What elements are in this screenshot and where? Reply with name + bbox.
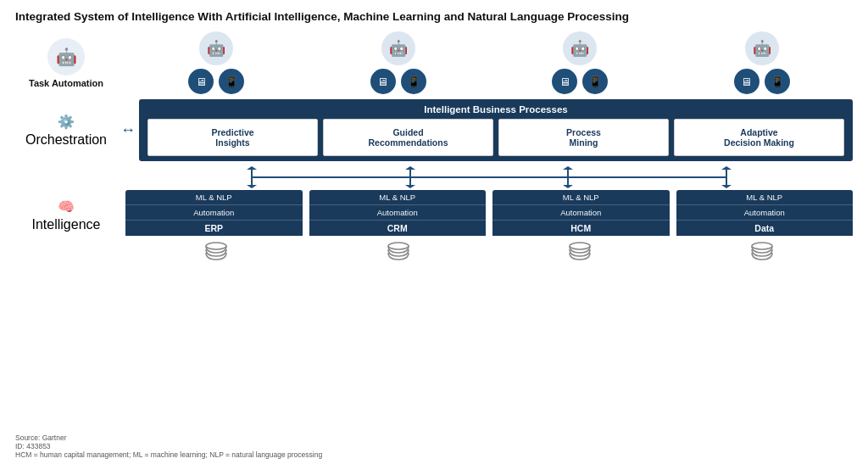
device-row-1: 🖥 📱 xyxy=(370,69,426,94)
intel-card-1: GuidedRecommendations xyxy=(323,119,493,156)
monitor-icon-2: 🖥 xyxy=(552,69,577,94)
svg-point-13 xyxy=(206,243,226,249)
footer-source: Source: Gartner xyxy=(15,433,322,442)
svg-marker-3 xyxy=(247,166,257,170)
svg-marker-9 xyxy=(563,166,573,170)
intelligence-row: 🧠 Intelligence ML & NLP Automation ERP M… xyxy=(15,190,853,236)
db-icon-data xyxy=(750,242,774,265)
monitor-icon-3: 🖥 xyxy=(734,69,760,94)
intelligence-icon: 🧠 xyxy=(58,198,75,215)
svg-point-15 xyxy=(570,243,590,249)
ml-row-crm: ML & NLP xyxy=(309,190,487,205)
svg-point-14 xyxy=(388,243,409,249)
orch-arrow: ↔ xyxy=(120,121,136,139)
task-automation-row: 🤖 Task Automation 🤖 🖥 📱 🤖 🖥 xyxy=(15,31,853,94)
robot-icon-0: 🤖 xyxy=(199,31,233,65)
automation-row-crm: Automation xyxy=(309,205,487,221)
tablet-icon-0: 📱 xyxy=(219,69,244,94)
ml-box-data: ML & NLP Automation Data xyxy=(676,190,854,236)
footer-id: ID: 433853 xyxy=(15,442,322,450)
task-column-1: 🤖 🖥 📱 xyxy=(370,31,426,94)
db-icon-hcm xyxy=(568,242,592,265)
orchestration-label: Orchestration xyxy=(25,132,107,148)
monitor-icon-1: 🖥 xyxy=(370,69,396,94)
footer: Source: Gartner ID: 433853 HCM = human c… xyxy=(15,433,322,459)
automation-row-erp: Automation xyxy=(125,205,303,221)
orchestration-icon: ⚙️ xyxy=(58,114,75,130)
connector-arrows-row xyxy=(15,166,853,188)
tablet-icon-1: 📱 xyxy=(401,69,426,94)
task-column-3: 🤖 🖥 📱 xyxy=(734,31,790,94)
intel-cards: PredictiveInsights GuidedRecommendations… xyxy=(147,119,844,156)
ml-box-crm: ML & NLP Automation CRM xyxy=(309,190,487,236)
intelligent-box-title: Intelligent Business Processes xyxy=(147,104,844,115)
task-automation-label-area: 🤖 Task Automation xyxy=(15,38,117,88)
diagram: 🤖 Task Automation 🤖 🖥 📱 🤖 🖥 xyxy=(15,31,853,265)
ml-row-data: ML & NLP xyxy=(676,190,854,205)
database-row xyxy=(15,242,853,265)
task-icons-area: 🤖 🖥 📱 🤖 🖥 📱 🤖 xyxy=(117,31,853,94)
footer-note: HCM = human capital management; ML = mac… xyxy=(15,450,322,459)
svg-marker-2 xyxy=(247,185,257,188)
svg-marker-6 xyxy=(405,166,415,170)
robot-icon-1: 🤖 xyxy=(381,31,415,65)
monitor-icon-0: 🖥 xyxy=(188,69,214,94)
device-row-0: 🖥 📱 xyxy=(188,69,244,94)
intelligence-label: Intelligence xyxy=(32,217,101,232)
orchestration-label-area: ⚙️ Orchestration xyxy=(15,114,117,148)
ml-label-data: Data xyxy=(676,221,854,236)
db-icon-crm xyxy=(387,242,410,265)
db-icons-area xyxy=(117,242,853,265)
svg-marker-11 xyxy=(721,185,732,188)
automation-row-data: Automation xyxy=(676,205,854,221)
ml-row-hcm: ML & NLP xyxy=(492,190,670,205)
intel-card-0: PredictiveInsights xyxy=(147,119,318,156)
db-icon-erp xyxy=(204,242,228,265)
svg-marker-12 xyxy=(721,166,732,170)
orchestration-row: ⚙️ Orchestration ↔ Intelligent Business … xyxy=(15,99,853,161)
svg-point-16 xyxy=(752,243,772,249)
intel-card-3: AdaptiveDecision Making xyxy=(674,119,844,156)
ml-label-crm: CRM xyxy=(309,221,487,236)
svg-marker-5 xyxy=(405,185,415,188)
robot-icon-2: 🤖 xyxy=(563,31,597,65)
connector-svg xyxy=(125,166,853,188)
ml-label-hcm: HCM xyxy=(492,221,670,236)
ml-label-erp: ERP xyxy=(125,221,303,236)
tablet-icon-3: 📱 xyxy=(765,69,790,94)
ml-box-hcm: ML & NLP Automation HCM xyxy=(492,190,670,236)
connector-arrows-area xyxy=(117,166,853,188)
svg-marker-8 xyxy=(563,185,573,188)
task-automation-label: Task Automation xyxy=(29,78,103,88)
intel-card-2: ProcessMining xyxy=(498,119,669,156)
tablet-icon-2: 📱 xyxy=(582,69,608,94)
ml-row-erp: ML & NLP xyxy=(125,190,303,205)
task-column-2: 🤖 🖥 📱 xyxy=(552,31,608,94)
robot-icon-3: 🤖 xyxy=(745,31,779,65)
ml-box-erp: ML & NLP Automation ERP xyxy=(125,190,303,236)
intelligent-business-box: Intelligent Business Processes Predictiv… xyxy=(139,99,853,161)
device-row-3: 🖥 📱 xyxy=(734,69,790,94)
device-row-2: 🖥 📱 xyxy=(552,69,608,94)
page-title: Integrated System of Intelligence With A… xyxy=(15,10,853,23)
automation-row-hcm: Automation xyxy=(492,205,670,221)
task-automation-icon: 🤖 xyxy=(47,38,85,75)
intelligence-label-area: 🧠 Intelligence xyxy=(15,190,117,232)
main-container: Integrated System of Intelligence With A… xyxy=(0,0,868,464)
task-column-0: 🤖 🖥 📱 xyxy=(188,31,244,94)
ml-boxes-area: ML & NLP Automation ERP ML & NLP Automat… xyxy=(117,190,853,236)
